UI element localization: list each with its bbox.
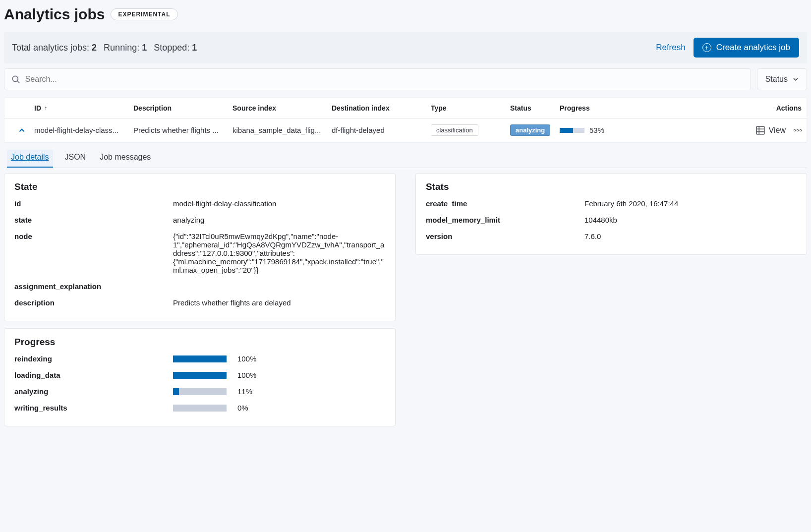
column-header-type[interactable]: Type (431, 104, 510, 112)
view-label: View (769, 126, 786, 135)
column-header-dest[interactable]: Destination index (332, 104, 431, 112)
stats-ver-value: 7.6.0 (584, 232, 797, 240)
running-jobs-label: Running: 1 (104, 43, 147, 53)
cell-id: model-flight-delay-class... (34, 126, 133, 134)
tab-json[interactable]: JSON (63, 150, 88, 168)
create-button-label: Create analytics job (716, 43, 790, 53)
column-header-actions: Actions (649, 104, 802, 112)
status-chip: analyzing (510, 124, 550, 136)
svg-rect-2 (756, 126, 764, 134)
state-state-key: state (14, 216, 173, 224)
cell-progress: 53% (560, 126, 649, 134)
refresh-button[interactable]: Refresh (656, 43, 686, 53)
state-assign-key: assignment_explanation (14, 282, 173, 291)
progress-item-pct: 0% (232, 404, 257, 412)
progress-item-key: analyzing (14, 387, 173, 396)
stats-mem-value: 104480kb (584, 216, 797, 224)
jobs-table: ID ↑ Description Source index Destinatio… (4, 97, 807, 143)
column-header-id[interactable]: ID ↑ (34, 104, 133, 112)
progress-item-key: reindexing (14, 355, 173, 363)
progress-panel: Progress reindexing100%loading_data100%a… (4, 328, 396, 426)
row-menu-button[interactable] (794, 129, 802, 131)
state-desc-key: description (14, 298, 173, 307)
progress-bar (173, 355, 227, 362)
progress-item-key: writing_results (14, 404, 173, 412)
status-filter-dropdown[interactable]: Status (757, 68, 807, 90)
progress-item: analyzing11% (14, 383, 385, 400)
status-filter-label: Status (765, 75, 788, 84)
detail-tabs: Job details JSON Job messages (4, 145, 807, 168)
experimental-badge: EXPERIMENTAL (111, 8, 177, 20)
stats-create-value: February 6th 2020, 16:47:44 (584, 199, 797, 208)
progress-item-pct: 100% (232, 371, 257, 379)
state-id-key: id (14, 199, 173, 208)
stats-create-key: create_time (426, 199, 584, 208)
progress-bar (173, 388, 227, 395)
state-panel-title: State (14, 181, 385, 192)
progress-item: loading_data100% (14, 367, 385, 383)
cell-description: Predicts whether flights ... (133, 126, 232, 134)
sort-asc-icon: ↑ (44, 105, 47, 112)
cell-source: kibana_sample_data_flig... (232, 126, 332, 134)
total-jobs-label: Total analytics jobs: 2 (12, 43, 97, 53)
chevron-up-icon (18, 127, 25, 134)
progress-item-pct: 100% (232, 355, 257, 363)
svg-line-1 (17, 81, 19, 83)
progress-bar (173, 372, 227, 379)
summary-bar: Total analytics jobs: 2 Running: 1 Stopp… (4, 32, 807, 63)
svg-point-0 (12, 76, 18, 81)
column-header-description[interactable]: Description (133, 104, 232, 112)
stats-mem-key: model_memory_limit (426, 216, 584, 224)
search-input[interactable] (25, 75, 744, 84)
progress-bar (560, 128, 584, 133)
create-analytics-job-button[interactable]: + Create analytics job (694, 38, 799, 58)
type-chip: classification (431, 124, 478, 136)
page-title: Analytics jobs (4, 6, 105, 23)
column-header-progress[interactable]: Progress (560, 104, 649, 112)
progress-bar-fill (173, 388, 179, 395)
progress-bar-fill (560, 128, 573, 133)
progress-item: reindexing100% (14, 351, 385, 367)
tab-job-details[interactable]: Job details (7, 150, 53, 168)
stats-ver-key: version (426, 232, 584, 240)
progress-item: writing_results0% (14, 400, 385, 416)
progress-item-key: loading_data (14, 371, 173, 379)
progress-pct: 53% (589, 126, 604, 134)
state-assign-value (173, 282, 385, 291)
state-node-value: {"id":"32ITcl0uR5mwEwmqy2dKpg","name":"n… (173, 232, 385, 274)
state-state-value: analyzing (173, 216, 385, 224)
tab-job-messages[interactable]: Job messages (98, 150, 153, 168)
state-id-value: model-flight-delay-classification (173, 199, 385, 208)
cell-dest: df-flight-delayed (332, 126, 431, 134)
expand-row-toggle[interactable] (9, 127, 34, 134)
progress-bar-fill (173, 372, 227, 379)
state-desc-value: Predicts whether flights are delayed (173, 298, 385, 307)
progress-item-pct: 11% (232, 387, 257, 396)
table-row: model-flight-delay-class... Predicts whe… (4, 118, 807, 142)
search-box[interactable] (4, 68, 751, 90)
stats-panel-title: Stats (426, 181, 797, 192)
view-button[interactable]: View (756, 126, 786, 135)
stats-panel: Stats create_timeFebruary 6th 2020, 16:4… (415, 173, 807, 255)
column-header-status[interactable]: Status (510, 104, 560, 112)
state-node-key: node (14, 232, 173, 274)
search-icon (11, 75, 20, 84)
progress-bar (173, 405, 227, 412)
grid-icon (756, 126, 765, 135)
chevron-down-icon (793, 76, 799, 82)
progress-bar-fill (173, 355, 227, 362)
column-header-source[interactable]: Source index (232, 104, 332, 112)
progress-panel-title: Progress (14, 337, 385, 348)
state-panel: State idmodel-flight-delay-classificatio… (4, 173, 396, 321)
plus-circle-icon: + (702, 43, 711, 52)
stopped-jobs-label: Stopped: 1 (154, 43, 197, 53)
